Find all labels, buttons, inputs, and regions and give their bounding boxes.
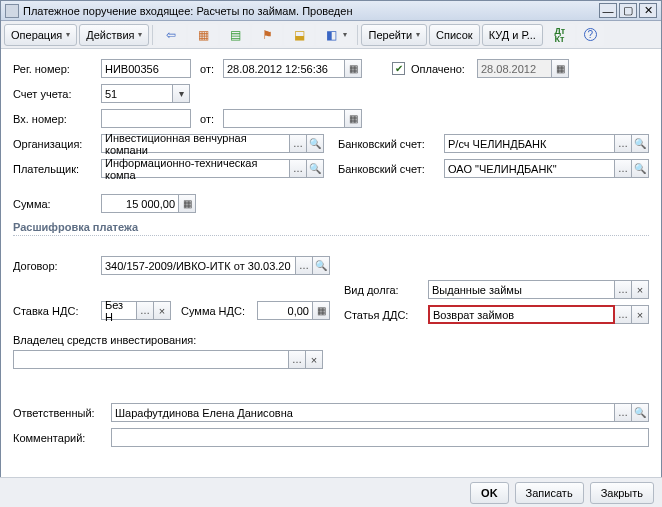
dropdown-icon: ▾ — [138, 30, 142, 39]
sum-input[interactable]: 15 000,00 — [101, 194, 179, 213]
payer-select-button[interactable]: … — [290, 159, 307, 178]
dropdown-icon: ▾ — [416, 30, 420, 39]
bank-acc-org-select[interactable]: … — [615, 134, 632, 153]
minimize-button[interactable]: — — [599, 3, 617, 18]
sum-calc-button[interactable]: ▦ — [179, 194, 196, 213]
save-button[interactable]: Записать — [515, 482, 584, 504]
contract-open[interactable]: 🔍 — [313, 256, 330, 275]
dds-select[interactable]: … — [615, 305, 632, 324]
owner-input[interactable] — [13, 350, 289, 369]
maximize-button[interactable]: ▢ — [619, 3, 637, 18]
vat-sum-input[interactable]: 0,00 — [257, 301, 313, 320]
list-label: Список — [436, 29, 473, 41]
reg-number-label: Рег. номер: — [13, 63, 95, 75]
basis-button[interactable]: ◧▾ — [316, 24, 354, 46]
paid-label: Оплачено: — [411, 63, 471, 75]
from-label-2: от: — [197, 113, 217, 125]
debt-type-input[interactable]: Выданные займы — [428, 280, 615, 299]
owner-select[interactable]: … — [289, 350, 306, 369]
ok-button[interactable]: OK — [470, 482, 509, 504]
window-title: Платежное поручение входящее: Расчеты по… — [23, 5, 599, 17]
post-icon: ▤ — [227, 27, 243, 43]
account-label: Счет учета: — [13, 88, 95, 100]
contract-select[interactable]: … — [296, 256, 313, 275]
form-icon: ▦ — [195, 27, 211, 43]
paid-date-picker[interactable]: ▦ — [552, 59, 569, 78]
in-date-picker[interactable]: ▦ — [345, 109, 362, 128]
responsible-select[interactable]: … — [615, 403, 632, 422]
close-window-button[interactable]: ✕ — [639, 3, 657, 18]
contract-label: Договор: — [13, 260, 95, 272]
report-button[interactable]: ⚑ — [252, 24, 282, 46]
paid-date-input[interactable]: 28.08.2012 — [477, 59, 552, 78]
payer-input[interactable]: Информационно-техническая компа — [101, 159, 290, 178]
org-select-button[interactable]: … — [290, 134, 307, 153]
post-button[interactable]: ▤ — [220, 24, 250, 46]
account-dropdown[interactable]: ▾ — [173, 84, 190, 103]
org-input[interactable]: Инвестиционная венчурная компани — [101, 134, 290, 153]
vat-rate-input[interactable]: Без Н — [101, 301, 137, 320]
footer: OK Записать Закрыть — [0, 477, 662, 507]
vat-sum-calc[interactable]: ▦ — [313, 301, 330, 320]
owner-label: Владелец средств инвестирования: — [13, 334, 649, 346]
bank-acc-org-open[interactable]: 🔍 — [632, 134, 649, 153]
dds-input[interactable]: Возврат займов — [428, 305, 615, 324]
dropdown-icon: ▾ — [343, 30, 347, 39]
responsible-label: Ответственный: — [13, 407, 105, 419]
nav-back-button[interactable]: ⇦ — [156, 24, 186, 46]
struct-button[interactable]: ⬓ — [284, 24, 314, 46]
bank-acc-payer-input[interactable]: ОАО "ЧЕЛИНДБАНК" — [444, 159, 615, 178]
contract-input[interactable]: 340/157-2009/ИВКО-ИТК от 30.03.20 — [101, 256, 296, 275]
bank-acc-label-1: Банковский счет: — [338, 138, 438, 150]
account-input[interactable]: 51 — [101, 84, 173, 103]
paid-checkbox[interactable]: ✔ — [392, 62, 405, 75]
save-label: Записать — [526, 487, 573, 499]
comment-label: Комментарий: — [13, 432, 105, 444]
arrow-left-icon: ⇦ — [163, 27, 179, 43]
kudir-button[interactable]: КУД и Р... — [482, 24, 543, 46]
in-number-input[interactable] — [101, 109, 191, 128]
goto-menu[interactable]: Перейти ▾ — [361, 24, 427, 46]
goto-label: Перейти — [368, 29, 412, 41]
actions-menu[interactable]: Действия ▾ — [79, 24, 149, 46]
in-number-label: Вх. номер: — [13, 113, 95, 125]
vat-clear[interactable]: × — [154, 301, 171, 320]
sum-label: Сумма: — [13, 198, 95, 210]
date-time-input[interactable]: 28.08.2012 12:56:36 — [223, 59, 345, 78]
operation-menu[interactable]: Операция ▾ — [4, 24, 77, 46]
dtkt-button[interactable]: ДтКт — [545, 24, 575, 46]
comment-input[interactable] — [111, 428, 649, 447]
struct-icon: ⬓ — [291, 27, 307, 43]
help-icon: ? — [584, 28, 597, 41]
responsible-open[interactable]: 🔍 — [632, 403, 649, 422]
help-button[interactable]: ? — [577, 24, 604, 46]
date-picker-button[interactable]: ▦ — [345, 59, 362, 78]
debt-type-select[interactable]: … — [615, 280, 632, 299]
kudir-label: КУД и Р... — [489, 29, 536, 41]
toolbar: Операция ▾ Действия ▾ ⇦ ▦ ▤ ⚑ ⬓ ◧▾ Перей… — [1, 21, 661, 49]
dds-clear[interactable]: × — [632, 305, 649, 324]
vat-sum-label: Сумма НДС: — [181, 305, 251, 317]
dropdown-icon: ▾ — [66, 30, 70, 39]
list-button[interactable]: Список — [429, 24, 480, 46]
bank-acc-payer-select[interactable]: … — [615, 159, 632, 178]
report-icon: ⚑ — [259, 27, 275, 43]
in-date-input[interactable] — [223, 109, 345, 128]
vat-select[interactable]: … — [137, 301, 154, 320]
from-label-1: от: — [197, 63, 217, 75]
reserve-button[interactable]: ▦ — [188, 24, 218, 46]
org-label: Организация: — [13, 138, 95, 150]
debt-type-label: Вид долга: — [344, 284, 422, 296]
form-body: Рег. номер: НИВ00356 от: 28.08.2012 12:5… — [1, 49, 661, 457]
separator — [152, 25, 153, 45]
payer-open-button[interactable]: 🔍 — [307, 159, 324, 178]
bank-acc-org-input[interactable]: Р/сч ЧЕЛИНДБАНК — [444, 134, 615, 153]
debt-type-clear[interactable]: × — [632, 280, 649, 299]
close-button[interactable]: Закрыть — [590, 482, 654, 504]
owner-clear[interactable]: × — [306, 350, 323, 369]
responsible-input[interactable]: Шарафутдинова Елена Данисовна — [111, 403, 615, 422]
org-open-button[interactable]: 🔍 — [307, 134, 324, 153]
reg-number-input[interactable]: НИВ00356 — [101, 59, 191, 78]
basis-icon: ◧ — [323, 27, 339, 43]
bank-acc-payer-open[interactable]: 🔍 — [632, 159, 649, 178]
